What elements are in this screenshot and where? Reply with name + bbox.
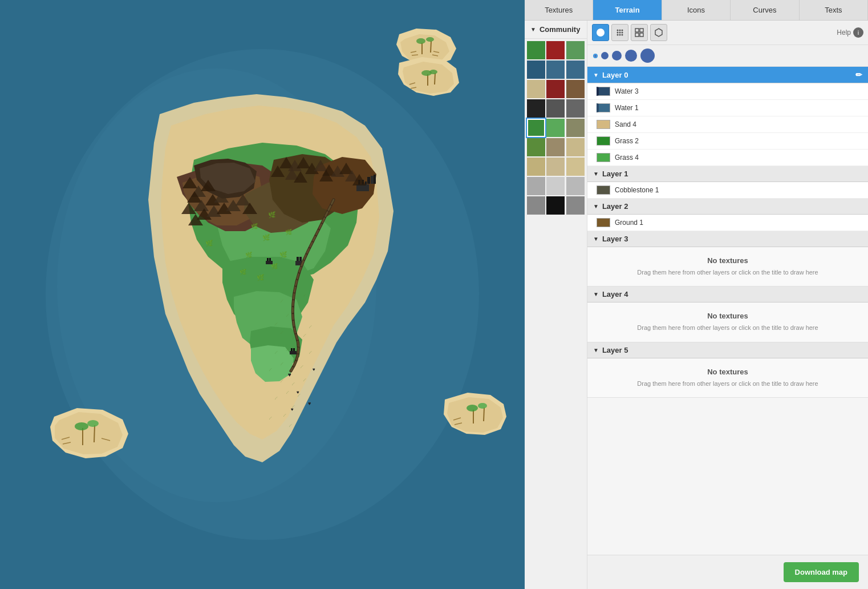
sand4-label: Sand 4 — [615, 120, 636, 128]
svg-text:⟋: ⟋ — [302, 333, 307, 338]
map-canvas[interactable]: ♥ ♥ ♥ ♥ ♥ 🌿 🌿 🌿 🌿 🌿 🌿 🌿 🌿 🌿 🌿 ⟋ ⟋ ⟋ ⟋ ⟋ … — [0, 0, 525, 589]
texture-cell[interactable] — [546, 80, 565, 98]
svg-text:♥: ♥ — [313, 367, 315, 372]
texture-cell[interactable] — [546, 196, 565, 215]
download-area: Download map — [587, 555, 868, 589]
texture-cell[interactable] — [527, 196, 545, 215]
texture-cell[interactable] — [527, 177, 545, 195]
brush-tool-icon[interactable] — [592, 24, 609, 41]
tool-icons-row: Help i — [587, 21, 868, 45]
texture-cell[interactable] — [527, 60, 545, 79]
brush-size-3[interactable] — [612, 51, 622, 60]
layer-3-no-textures-title: No textures — [597, 256, 859, 265]
texture-cell[interactable] — [566, 60, 585, 79]
tab-textures[interactable]: Textures — [525, 0, 593, 20]
texture-cell[interactable] — [546, 60, 565, 79]
layer-3-header[interactable]: ▼ Layer 3 — [587, 231, 868, 247]
svg-text:🌿: 🌿 — [240, 268, 247, 276]
svg-text:🌿: 🌿 — [271, 263, 278, 270]
layer-1-item-cobblestone1[interactable]: Cobblestone 1 — [587, 182, 868, 199]
svg-line-50 — [94, 425, 95, 442]
download-map-button[interactable]: Download map — [784, 562, 859, 582]
layer-5-header[interactable]: ▼ Layer 5 — [587, 342, 868, 358]
water1-label: Water 1 — [615, 104, 639, 112]
svg-rect-20 — [365, 181, 367, 184]
layer-2-header[interactable]: ▼ Layer 2 — [587, 199, 868, 215]
tab-texts[interactable]: Texts — [800, 0, 868, 20]
grass2-swatch — [597, 136, 610, 146]
tab-terrain[interactable]: Terrain — [593, 0, 662, 20]
community-label: Community — [540, 25, 581, 34]
svg-point-143 — [597, 29, 605, 37]
svg-point-31 — [416, 38, 425, 44]
layer-2-item-ground1[interactable]: Ground 1 — [587, 215, 868, 231]
texture-cell[interactable] — [527, 80, 545, 98]
svg-rect-68 — [290, 351, 297, 354]
svg-rect-63 — [267, 258, 269, 261]
info-icon[interactable]: i — [853, 27, 863, 38]
texture-cell[interactable] — [527, 158, 545, 176]
texture-cell[interactable] — [566, 158, 585, 176]
svg-text:⟋: ⟋ — [279, 378, 284, 384]
svg-text:⟋: ⟋ — [302, 377, 307, 382]
layer-0-item-grass2[interactable]: Grass 2 — [587, 133, 868, 150]
layer-0-item-water1[interactable]: Water 1 — [587, 100, 868, 116]
hex-grid-tool-icon[interactable] — [650, 24, 667, 41]
tab-icons[interactable]: Icons — [662, 0, 731, 20]
brush-size-4[interactable] — [625, 50, 637, 62]
svg-point-145 — [619, 30, 621, 31]
texture-cell[interactable] — [566, 99, 585, 118]
texture-cell[interactable] — [546, 119, 565, 137]
layer-0-item-grass4[interactable]: Grass 4 — [587, 150, 868, 166]
svg-text:🌿: 🌿 — [279, 251, 287, 259]
texture-cell[interactable] — [566, 196, 585, 215]
svg-line-35 — [412, 55, 418, 55]
texture-cell[interactable] — [527, 119, 545, 137]
cobblestone1-label: Cobblestone 1 — [615, 186, 659, 194]
tab-curves[interactable]: Curves — [731, 0, 799, 20]
svg-rect-23 — [371, 176, 374, 184]
svg-point-58 — [467, 405, 478, 412]
texture-cell[interactable] — [566, 80, 585, 98]
svg-text:🌿: 🌿 — [268, 211, 276, 219]
layer-4-header[interactable]: ▼ Layer 4 — [587, 287, 868, 302]
svg-text:⟋: ⟋ — [302, 293, 307, 298]
layer-5-label: Layer 5 — [602, 346, 628, 354]
layer-5-no-textures: No textures Drag them here from other la… — [587, 358, 868, 398]
svg-point-43 — [429, 70, 437, 74]
layer-0-header[interactable]: ▼ Layer 0 ✏ — [587, 67, 868, 83]
texture-cell[interactable] — [566, 177, 585, 195]
texture-cell[interactable] — [546, 41, 565, 59]
layer-0-item-water3[interactable]: Water 3 — [587, 83, 868, 100]
grid-dots-tool-icon[interactable] — [611, 24, 628, 41]
layer-1-header[interactable]: ▼ Layer 1 — [587, 166, 868, 182]
svg-text:⟋: ⟋ — [291, 404, 295, 409]
svg-text:🌿: 🌿 — [285, 228, 293, 236]
texture-cell[interactable] — [527, 41, 545, 59]
texture-cell[interactable] — [546, 177, 565, 195]
layer-0-edit-icon[interactable]: ✏ — [855, 70, 862, 79]
texture-cell[interactable] — [546, 158, 565, 176]
svg-rect-22 — [367, 177, 370, 184]
svg-text:⟋: ⟋ — [291, 307, 295, 312]
layer-0-item-sand4[interactable]: Sand 4 — [587, 116, 868, 133]
community-header[interactable]: ▼ Community — [525, 21, 587, 39]
grass4-label: Grass 4 — [615, 154, 639, 162]
svg-text:⟋: ⟋ — [297, 393, 301, 398]
texture-cell[interactable] — [546, 99, 565, 118]
texture-cell[interactable] — [527, 138, 545, 156]
brush-size-5[interactable] — [640, 49, 655, 63]
texture-cell[interactable] — [566, 41, 585, 59]
texture-cell[interactable] — [566, 119, 585, 137]
svg-text:⟋: ⟋ — [291, 336, 295, 341]
brush-size-1[interactable] — [593, 54, 598, 58]
svg-point-149 — [622, 32, 623, 34]
brush-size-2[interactable] — [601, 52, 609, 59]
square-grid-tool-icon[interactable] — [631, 24, 648, 41]
texture-cell[interactable] — [546, 138, 565, 156]
texture-cell[interactable] — [527, 99, 545, 118]
top-tabs: Textures Terrain Icons Curves Texts — [525, 0, 868, 21]
texture-cell[interactable] — [566, 138, 585, 156]
help-text[interactable]: Help — [837, 29, 851, 37]
svg-rect-64 — [269, 258, 271, 261]
